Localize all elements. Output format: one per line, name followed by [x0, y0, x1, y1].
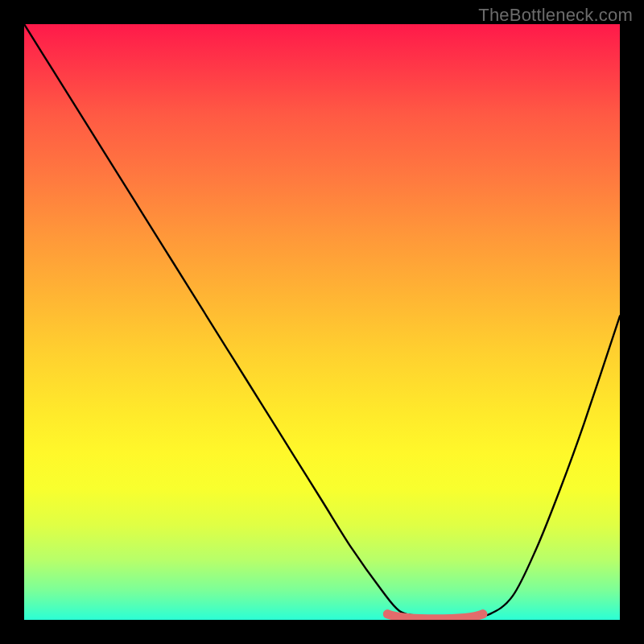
bottleneck-curve [24, 24, 620, 620]
watermark-text: TheBottleneck.com [478, 5, 633, 26]
svg-point-0 [383, 609, 392, 618]
svg-point-1 [478, 609, 487, 618]
chart-frame: TheBottleneck.com [0, 0, 644, 644]
plot-area [24, 24, 620, 620]
